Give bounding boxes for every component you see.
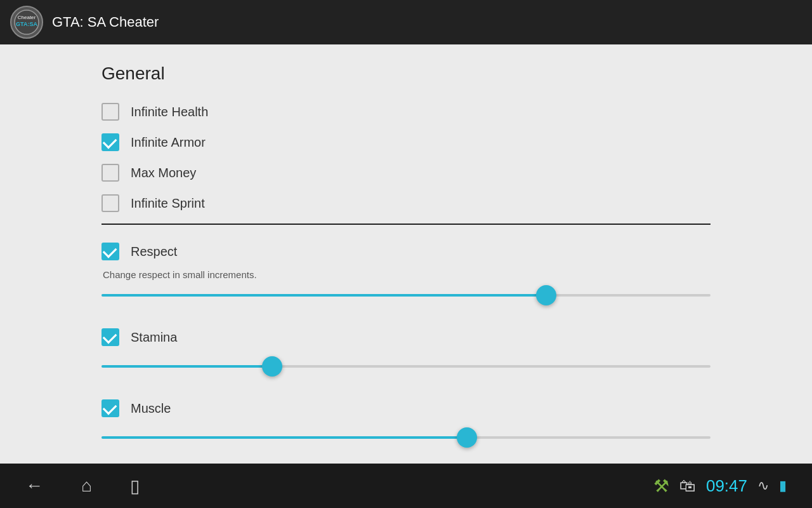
slider-checkbox-muscle[interactable] (102, 399, 119, 417)
app-title: GTA: SA Cheater (52, 14, 159, 30)
back-button[interactable]: ← (25, 476, 43, 496)
nav-left: ← ⌂ ▯ (25, 476, 140, 497)
slider-label-respect: Respect (131, 244, 177, 259)
app-bar: GTA:SA Cheater GTA: SA Cheater (0, 0, 812, 44)
slider-description-respect: Change respect in small increments. (103, 269, 710, 280)
slider-label-row-stamina: Stamina (102, 322, 710, 352)
slider-label-row-muscle: Muscle (102, 393, 710, 424)
checkbox-infinite-health[interactable] (102, 103, 119, 121)
svg-text:GTA:SA: GTA:SA (16, 21, 37, 27)
time-display: 09:47 (706, 476, 747, 496)
slider-section-stamina: Stamina (102, 316, 710, 387)
slider-section-muscle: Muscle (102, 387, 710, 458)
slider-section-respect: RespectChange respect in small increment… (102, 230, 710, 316)
app-icon: GTA:SA Cheater (10, 6, 43, 39)
slider-track-container-muscle[interactable] (102, 426, 710, 449)
sliders-group: RespectChange respect in small increment… (102, 230, 710, 464)
store-icon: 🛍 (679, 476, 696, 496)
slider-thumb-respect[interactable] (536, 285, 556, 305)
checkbox-label-infinite-health: Infinite Health (131, 105, 208, 119)
wifi-icon: ∿ (757, 478, 769, 494)
slider-track-container-stamina[interactable] (102, 355, 710, 378)
slider-track-fill-muscle (102, 436, 467, 439)
checkbox-label-infinite-armor: Infinite Armor (131, 135, 206, 150)
section-divider (102, 224, 710, 225)
slider-track-fill-stamina (102, 365, 272, 368)
main-content: General Infinite HealthInfinite ArmorMax… (0, 44, 812, 464)
checkbox-row-infinite-health[interactable]: Infinite Health (102, 97, 710, 127)
home-button[interactable]: ⌂ (81, 476, 92, 496)
svg-text:Cheater: Cheater (18, 15, 36, 20)
checkbox-row-infinite-sprint[interactable]: Infinite Sprint (102, 188, 710, 218)
slider-checkbox-respect[interactable] (102, 243, 119, 260)
checkbox-infinite-sprint[interactable] (102, 194, 119, 212)
checkboxes-group: Infinite HealthInfinite ArmorMax MoneyIn… (102, 97, 710, 218)
checkbox-label-infinite-sprint: Infinite Sprint (131, 196, 205, 211)
nav-bar: ← ⌂ ▯ ⚒ 🛍 09:47 ∿ ▮ (0, 464, 812, 508)
slider-thumb-muscle[interactable] (457, 427, 477, 448)
slider-checkbox-stamina[interactable] (102, 328, 119, 346)
checkbox-label-max-money: Max Money (131, 166, 196, 180)
slider-track-fill-respect (102, 294, 546, 297)
slider-label-muscle: Muscle (131, 401, 171, 416)
slider-label-stamina: Stamina (131, 330, 177, 345)
slider-track-container-respect[interactable] (102, 284, 710, 307)
checkbox-max-money[interactable] (102, 164, 119, 182)
battery-icon: ▮ (779, 478, 787, 494)
slider-thumb-stamina[interactable] (262, 356, 282, 377)
slider-section-body-fat: Body Fat (102, 458, 710, 464)
android-icon: ⚒ (653, 476, 669, 497)
checkbox-infinite-armor[interactable] (102, 133, 119, 151)
checkbox-row-max-money[interactable]: Max Money (102, 157, 710, 188)
slider-label-row-respect: Respect (102, 236, 710, 267)
nav-right: ⚒ 🛍 09:47 ∿ ▮ (653, 476, 787, 497)
section-title: General (102, 64, 710, 84)
recent-apps-button[interactable]: ▯ (130, 476, 140, 497)
checkbox-row-infinite-armor[interactable]: Infinite Armor (102, 127, 710, 157)
